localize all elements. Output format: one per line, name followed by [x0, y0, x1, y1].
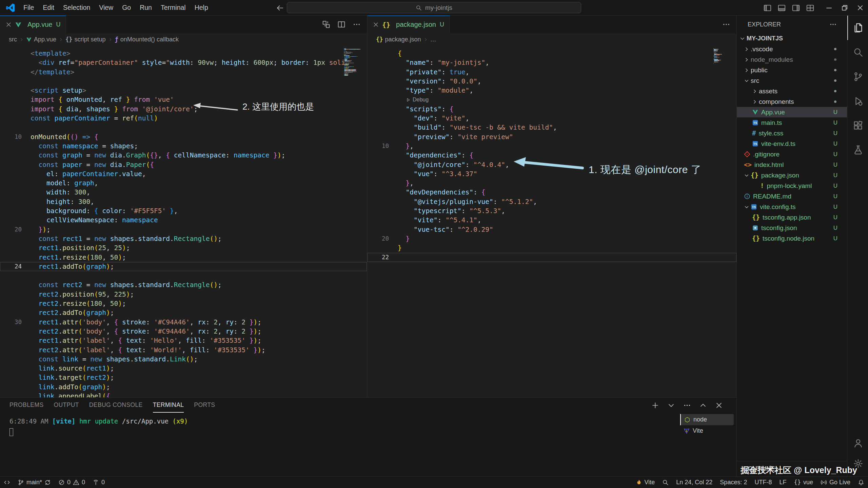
explorer-item-App.vue[interactable]: App.vueU [737, 107, 847, 117]
explorer-item-tsconfig.app.json[interactable]: {}tsconfig.app.jsonU [737, 212, 847, 223]
menu-view[interactable]: View [95, 0, 118, 15]
code-line-36[interactable]: link.target(rect2); [0, 373, 367, 382]
minimap[interactable] [344, 48, 361, 76]
layout-sidebar-left-icon[interactable] [763, 4, 772, 12]
code-line-12[interactable]: const graph = new dia.Graph({}, { cellNa… [0, 151, 367, 160]
activity-files-button[interactable] [847, 16, 868, 40]
close-button[interactable] [852, 0, 868, 16]
explorer-item-.gitignore[interactable]: .gitignoreU [737, 149, 847, 159]
breadcrumb-item[interactable]: {}package.json [376, 36, 421, 43]
explorer-item-components[interactable]: components [737, 96, 847, 107]
panel-tab-output[interactable]: OUTPUT [54, 398, 79, 413]
breadcrumb-item[interactable]: ƒonMounted() callback [115, 36, 179, 43]
code-line-2[interactable]: "name": "my-jointjs", [367, 58, 736, 67]
menu-run[interactable]: Run [135, 0, 156, 15]
code-line-20[interactable]: 20 } [367, 234, 736, 243]
status-ports[interactable]: 0 [89, 477, 108, 488]
minimize-button[interactable] [821, 0, 837, 16]
breadcrumb-item[interactable]: … [430, 36, 436, 43]
code-line-11[interactable]: "dependencies": { [367, 151, 736, 160]
code-line-4[interactable] [0, 77, 367, 86]
code-line-17[interactable]: height: 300, [0, 197, 367, 206]
code-line-31[interactable]: rect2.attr('body', { stroke: '#C94A46', … [0, 327, 367, 336]
code-line-3[interactable]: "private": true, [367, 68, 736, 77]
restore-button[interactable] [837, 0, 852, 16]
minimap[interactable] [713, 48, 731, 65]
code-line-26[interactable]: const rect2 = new shapes.standard.Rectan… [0, 280, 367, 289]
code-line-25[interactable] [0, 271, 367, 280]
code-line-9[interactable]: "preview": "vite preview" [367, 132, 736, 142]
code-line-16[interactable]: width: 300, [0, 188, 367, 197]
code-line-22[interactable]: rect1.position(25, 25); [0, 243, 367, 252]
code-line-13[interactable]: const paper = new dia.Paper({ [0, 160, 367, 169]
code-line-23[interactable]: rect1.resize(180, 50); [0, 253, 367, 262]
code-line-21[interactable]: const rect1 = new shapes.standard.Rectan… [0, 234, 367, 243]
menu-help[interactable]: Help [190, 0, 213, 15]
code-line-10[interactable]: 10 }, [367, 142, 736, 151]
tab-app-vue[interactable]: App.vue U [0, 16, 66, 33]
panel-tab-terminal[interactable]: TERMINAL [153, 398, 184, 413]
status-git-branch[interactable]: main* [14, 477, 55, 488]
more-icon[interactable] [353, 20, 361, 29]
tab-package-json[interactable]: {} package.json U [367, 16, 450, 33]
status-notifications[interactable] [854, 477, 868, 488]
command-center[interactable]: my-jointjs [287, 2, 581, 13]
panel-tab-debug-console[interactable]: DEBUG CONSOLE [89, 398, 143, 413]
code-line-32[interactable]: rect1.attr('label', { text: 'Hello', fil… [0, 336, 367, 345]
code-line-1[interactable]: { [367, 49, 736, 58]
panel-tab-problems[interactable]: PROBLEMS [9, 398, 43, 413]
customize-layout-icon[interactable] [806, 4, 814, 12]
code-line-37[interactable]: link.addTo(graph); [0, 382, 367, 392]
plus-icon[interactable] [651, 401, 659, 409]
code-line-18[interactable]: "vite": "^5.4.1", [367, 215, 736, 225]
code-line-3[interactable]: </template> [0, 68, 367, 77]
status-go-live[interactable]: Go Live [817, 477, 854, 488]
sidebar-more-icon[interactable] [829, 21, 837, 28]
code-line-5[interactable]: <script setup> [0, 86, 367, 95]
status-problems[interactable]: 00 [55, 477, 89, 488]
code-line-18[interactable]: background: { color: '#F5F5F5' }, [0, 206, 367, 215]
code-line-1[interactable]: <template> [0, 49, 367, 58]
status-encoding[interactable]: UTF-8 [751, 477, 775, 488]
activity-scm-button[interactable] [847, 64, 868, 89]
chevron-down-icon[interactable] [667, 401, 675, 409]
layout-sidebar-right-icon[interactable] [792, 4, 800, 12]
code-line-10[interactable]: 10onMounted(() => { [0, 132, 367, 142]
menu-go[interactable]: Go [118, 0, 135, 15]
code-line-14[interactable]: el: paperContainer.value, [0, 169, 367, 179]
explorer-item-.vscode[interactable]: .vscode [737, 44, 847, 54]
explorer-section-header[interactable]: MY-JOINTJS [737, 33, 847, 44]
tab-close-icon[interactable] [5, 21, 12, 28]
code-line-19[interactable]: "vue-tsc": "^2.0.29" [367, 225, 736, 234]
menu-terminal[interactable]: Terminal [156, 0, 190, 15]
chevron-up-icon[interactable] [699, 401, 707, 409]
more-icon[interactable] [683, 401, 691, 409]
explorer-item-README.md[interactable]: README.mdU [737, 191, 847, 202]
menu-selection[interactable]: Selection [59, 0, 95, 15]
diff-icon[interactable] [322, 20, 330, 29]
panel-tab-ports[interactable]: PORTS [194, 398, 215, 413]
more-icon[interactable] [722, 20, 730, 29]
explorer-item-tsconfig.node.json[interactable]: {}tsconfig.node.jsonU [737, 233, 847, 244]
explorer-item-main.ts[interactable]: TSmain.tsU [737, 117, 847, 128]
terminal-tab-vite[interactable]: Vite [680, 425, 734, 436]
explorer-item-tsconfig.json[interactable]: tsconfig.jsonU [737, 223, 847, 233]
code-line-6[interactable]: "scripts": { [367, 105, 736, 114]
explorer-item-public[interactable]: public [737, 65, 847, 75]
back-button[interactable] [276, 4, 284, 12]
code-line-8[interactable]: const paperContainer = ref(null) [0, 114, 367, 123]
code-line-15[interactable]: model: graph, [0, 179, 367, 188]
explorer-item-vite-env.d.ts[interactable]: TSvite-env.d.tsU [737, 138, 847, 149]
code-editor-app-vue[interactable]: <template> <div ref="paperContainer" sty… [0, 45, 367, 397]
layout-panel-icon[interactable] [777, 4, 786, 12]
code-line-22[interactable]: 22 [367, 253, 736, 262]
activity-extensions-button[interactable] [847, 113, 868, 138]
code-line-33[interactable]: rect2.attr('label', { text: 'World!', fi… [0, 345, 367, 355]
close-icon[interactable] [715, 401, 723, 409]
explorer-item-vite.config.ts[interactable]: TSvite.config.tsU [737, 202, 847, 212]
status-eol[interactable]: LF [775, 477, 790, 488]
code-line-20[interactable]: 20 }); [0, 225, 367, 234]
code-line-28[interactable]: rect2.resize(180, 50); [0, 299, 367, 308]
activity-debug-button[interactable] [847, 89, 868, 113]
explorer-item-node_modules[interactable]: node_modules [737, 54, 847, 65]
